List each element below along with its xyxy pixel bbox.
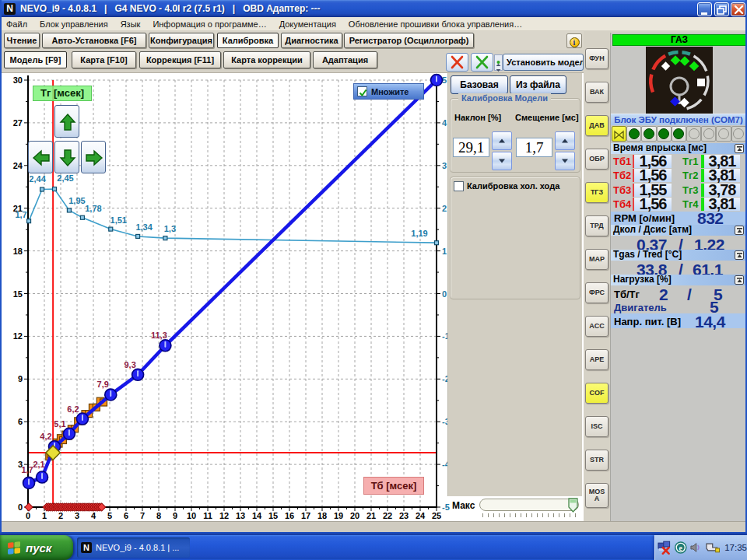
side-tab-мар[interactable]: МАР xyxy=(585,249,608,270)
tab-4-row1[interactable]: Диагностика xyxy=(281,33,342,48)
menu-ecu[interactable]: Блок управления xyxy=(33,19,114,29)
model-point-shine xyxy=(436,76,437,82)
side-tab-асс[interactable]: АСС xyxy=(585,316,608,337)
multiplier-point[interactable] xyxy=(136,234,140,238)
collapse-button[interactable] xyxy=(735,250,744,260)
slope-down-button[interactable] xyxy=(492,152,512,170)
y-left-tick-label: 15 xyxy=(13,289,23,299)
idle-calibration-checkbox[interactable] xyxy=(454,181,464,191)
tab-2-row2[interactable]: Коррекция [F11] xyxy=(139,51,221,68)
side-tab-вак[interactable]: ВАК xyxy=(585,82,608,103)
multiplier-point-label: 1,51 xyxy=(110,215,127,225)
collapse-button[interactable] xyxy=(735,275,744,285)
collapse-button[interactable] xyxy=(735,226,744,235)
base-calibration-button[interactable]: Базовая xyxy=(451,75,508,94)
move-up-button[interactable] xyxy=(54,105,79,138)
x-tick-label: 7 xyxy=(140,511,145,520)
tab-1-row1[interactable]: Авто-Установка [F6] xyxy=(42,33,146,48)
multiplier-point[interactable] xyxy=(67,208,71,212)
multiplier-point[interactable] xyxy=(163,236,167,240)
close-button[interactable] xyxy=(731,2,745,16)
move-down-button[interactable] xyxy=(54,141,79,173)
multiplier-point[interactable] xyxy=(435,241,439,245)
x-tick-label: 14 xyxy=(252,511,262,520)
model-point-label: 5,1 xyxy=(54,419,65,429)
side-tab-str[interactable]: STR xyxy=(585,450,608,471)
spin-down-icon[interactable] xyxy=(495,64,502,71)
tab-0-row1[interactable]: Чтение xyxy=(4,33,40,48)
gas-injector-label: Тг3 xyxy=(682,184,699,198)
spin-up-icon[interactable] xyxy=(495,56,502,63)
multiplier-checkbox[interactable] xyxy=(357,86,367,96)
restore-button[interactable] xyxy=(714,2,729,16)
x-tick-label: 21 xyxy=(366,511,376,520)
tab-2-row1[interactable]: Конфигурация xyxy=(149,33,214,48)
slope-up-button[interactable] xyxy=(492,131,512,150)
side-tab-трд[interactable]: ТРД xyxy=(585,215,608,236)
side-tab-isc[interactable]: ISC xyxy=(585,416,608,437)
tab-1-row2[interactable]: Карта [F10] xyxy=(72,51,136,68)
temperature-header-label: Tgas / Tred [°C] xyxy=(613,249,682,260)
x-tick-label: 0 xyxy=(26,511,30,520)
max-slider[interactable] xyxy=(479,499,579,511)
multiplier-point[interactable] xyxy=(109,227,113,231)
multiplier-point[interactable] xyxy=(40,187,44,191)
tab-4-row2[interactable]: Адаптация xyxy=(313,51,377,68)
apply-button[interactable] xyxy=(471,53,493,72)
move-right-button[interactable] xyxy=(81,141,106,173)
tab-0-row2[interactable]: Модель [F9] xyxy=(4,51,67,68)
injector-led-off xyxy=(716,126,731,142)
gas-injector-label: Тг2 xyxy=(682,169,699,183)
move-left-button[interactable] xyxy=(28,141,53,173)
from-file-button[interactable]: Из файла xyxy=(510,75,566,94)
side-tab-mos-a[interactable]: MOSA xyxy=(585,483,608,508)
model-step-spinner[interactable] xyxy=(494,54,503,71)
offset-input[interactable]: 1,7 xyxy=(516,138,552,157)
info-button[interactable]: i xyxy=(566,33,582,48)
x-tick-label: 19 xyxy=(334,511,343,520)
x-tick-label: 10 xyxy=(187,511,196,520)
valve-indicator xyxy=(612,126,626,142)
y-axis-title: Тг [мсек] xyxy=(33,86,92,101)
down-arrow-icon xyxy=(499,159,505,163)
svg-text:e: e xyxy=(679,544,682,552)
side-tab-тгз[interactable]: ТГЗ xyxy=(585,182,608,203)
install-model-button[interactable]: Установить модель xyxy=(503,54,584,71)
menu-language[interactable]: Язык xyxy=(114,19,147,29)
red-cross-icon xyxy=(447,54,468,71)
menu-file[interactable]: Файл xyxy=(0,19,33,29)
side-tab-фун[interactable]: ФУН xyxy=(585,48,608,69)
side-tab-аре[interactable]: АРЕ xyxy=(585,349,608,370)
multiplier-point[interactable] xyxy=(80,215,84,219)
side-tab-cof[interactable]: COF xyxy=(585,383,608,404)
minimize-button[interactable] xyxy=(697,2,712,16)
side-tab-дав[interactable]: ДАВ xyxy=(585,115,608,136)
collapse-icon xyxy=(735,276,744,285)
start-button[interactable]: пуск xyxy=(0,535,73,560)
x-tick-label: 3 xyxy=(75,511,79,520)
multiplier-point[interactable] xyxy=(53,187,57,191)
injector-led-off xyxy=(701,126,716,142)
x-tick-label: 4 xyxy=(91,511,96,520)
y-left-tick-label: 18 xyxy=(13,247,23,256)
task-icon: N xyxy=(81,542,92,553)
menu-about[interactable]: Информация о программе… xyxy=(146,19,272,29)
injector-led-on xyxy=(657,126,672,142)
slope-input[interactable]: 29,1 xyxy=(453,138,489,157)
menu-firmware-update[interactable]: Обновление прошивки блока управления… xyxy=(342,19,528,29)
tab-5-row1[interactable]: Регистратор (Осциллограф) xyxy=(344,33,474,48)
tab-3-row2[interactable]: Карта коррекции xyxy=(223,51,310,68)
tab-3-row1[interactable]: Калибровка xyxy=(217,33,279,48)
offset-down-button[interactable] xyxy=(555,152,575,170)
pressure-header-label: Дкол / Дсис [атм] xyxy=(613,224,692,235)
offset-up-button[interactable] xyxy=(555,131,575,150)
cancel-button[interactable] xyxy=(446,53,468,72)
side-tab-фрс[interactable]: ФРС xyxy=(585,282,608,303)
multiplier-point[interactable] xyxy=(27,219,31,223)
slider-thumb[interactable] xyxy=(568,498,578,513)
taskbar-task-nevo[interactable]: N NEVO_i9 - 4.0.8.1 | ... xyxy=(77,537,190,558)
multiplier-curve xyxy=(29,189,437,243)
menu-documentation[interactable]: Документация xyxy=(273,19,342,29)
collapse-button[interactable] xyxy=(735,144,744,153)
side-tab-обр[interactable]: ОБР xyxy=(585,149,608,170)
